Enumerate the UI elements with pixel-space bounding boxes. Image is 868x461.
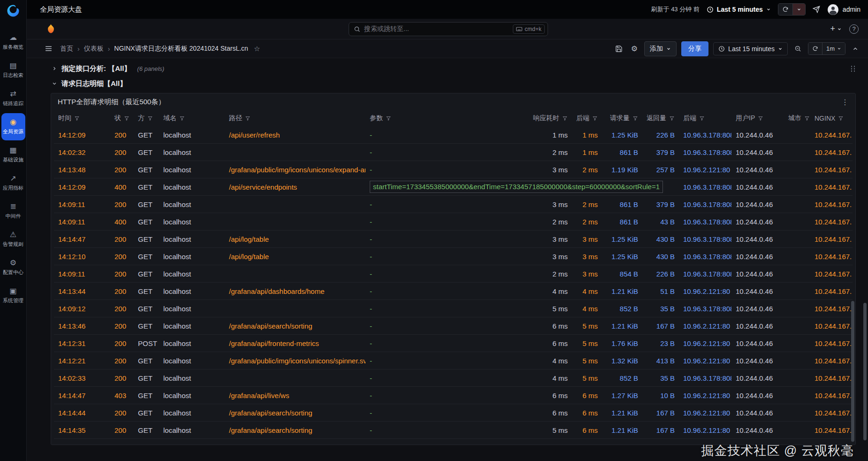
add-panel-button[interactable]: 添加 (644, 41, 677, 56)
filter-icon[interactable] (147, 115, 153, 121)
cell-path[interactable]: /grafana/api/search/sorting (225, 317, 365, 334)
breadcrumb-item[interactable]: 首页 (60, 45, 73, 53)
dashboard-settings-icon[interactable]: ⚙ (629, 42, 640, 55)
dashboard-row-collapsed[interactable]: 指定接口分析: 【All】 (6 panels) (51, 61, 856, 76)
metrics-icon: ↗ (10, 175, 16, 182)
save-dashboard-icon[interactable] (613, 43, 624, 54)
cell-path[interactable]: /grafana/public/img/icons/unicons/spinne… (225, 352, 365, 369)
sidebar-item-global-resources[interactable]: ◉全局资源 (1, 113, 25, 140)
dashboard-row-expanded[interactable]: 请求日志明细【All】 (51, 76, 856, 91)
dashboard-time-range-picker[interactable]: Last 15 minutes (713, 42, 788, 55)
sidebar-item-label: 服务概览 (3, 44, 23, 51)
dashboard-refresh-icon[interactable] (808, 43, 822, 54)
cell-backend-address: 10.96.2.121:80 (679, 404, 731, 421)
column-header-path: 路径 (225, 110, 365, 126)
new-menu-button[interactable]: + (830, 24, 842, 34)
refresh-icon[interactable] (778, 4, 792, 15)
cell-response-time: 3 ms (525, 230, 572, 247)
table-row: 14:13:44200GETlocalhost/grafana/api/dash… (54, 283, 853, 300)
sidebar-item-trace[interactable]: ⇄链路追踪 (0, 85, 27, 113)
cell-user-ip: 10.244.0.46 (731, 335, 784, 352)
globe-icon: ◉ (10, 118, 16, 126)
drag-handle-icon[interactable] (850, 65, 856, 72)
cell-domain: localhost (159, 439, 225, 445)
table-scrollbar[interactable] (851, 129, 855, 442)
cell-response-time: 3 ms (525, 248, 572, 265)
cell-method: GET (134, 213, 159, 230)
cell-status: 200 (110, 422, 134, 438)
cell-params: - (365, 335, 525, 352)
sidebar-item-app-metrics[interactable]: ↗应用指标 (0, 169, 27, 197)
share-button[interactable]: 分享 (681, 41, 708, 56)
refresh-interval-dropdown[interactable] (792, 4, 805, 15)
cell-path[interactable]: /grafana/api/search/sorting (225, 422, 365, 438)
send-icon[interactable] (813, 6, 820, 13)
cell-user-ip: 10.244.0.46 (731, 352, 784, 369)
sidebar-item-config-center[interactable]: ⚙配置中心 (0, 254, 27, 282)
cell-backend-address: 10.96.3.178:8080 (679, 248, 731, 265)
filter-icon[interactable] (838, 115, 844, 121)
app-logo[interactable] (6, 4, 20, 18)
cell-path[interactable]: /grafana/api/live/ws (225, 387, 365, 404)
cell-path[interactable]: /api/user/refresh (225, 126, 365, 143)
sidebar-item-service-overview[interactable]: ☁服务概览 (0, 28, 27, 56)
filter-icon[interactable] (562, 115, 568, 121)
cell-path[interactable]: /api/log/table (225, 230, 365, 247)
table-row: 14:14:47200GETlocalhost/api/log/table-3 … (54, 230, 853, 248)
help-icon[interactable]: ? (849, 24, 859, 34)
cell-backend-address: 10.96.3.178:8080 (679, 213, 731, 230)
global-time-range-picker[interactable]: Last 5 minutes (707, 6, 771, 13)
cell-request-size: 861 B (602, 196, 642, 213)
sidebar-item-infrastructure[interactable]: ▦基础设施 (0, 141, 27, 169)
cell-path[interactable]: /api/log/table (225, 248, 365, 265)
cell-domain: localhost (159, 178, 225, 195)
cell-time: 14:09:12 (54, 300, 110, 317)
cell-path[interactable]: /grafana/api/dashboards/home (225, 283, 365, 300)
cell-path[interactable]: /grafana/api/live/ws (225, 439, 365, 445)
cell-response-size: 23 B (642, 335, 679, 352)
cell-user-ip: 10.244.0.46 (731, 422, 784, 438)
filter-icon[interactable] (179, 115, 185, 121)
cell-city (784, 126, 810, 143)
cell-path[interactable]: /grafana/api/search/sorting (225, 404, 365, 421)
zoom-out-icon[interactable] (792, 43, 803, 54)
filter-icon[interactable] (74, 115, 80, 121)
filter-icon[interactable] (632, 115, 638, 121)
page-title: 全局资源大盘 (40, 5, 82, 14)
scrollbar-thumb[interactable] (863, 303, 867, 440)
cell-domain: localhost (159, 422, 225, 438)
filter-icon[interactable] (758, 115, 763, 121)
menu-toggle-icon[interactable] (43, 43, 54, 54)
sidebar-item-system-management[interactable]: ▣系统管理 (0, 282, 27, 310)
grafana-logo-icon[interactable] (46, 23, 56, 34)
filter-icon[interactable] (804, 115, 810, 121)
sidebar-item-middleware[interactable]: ≣中间件 (0, 197, 27, 225)
breadcrumb-item[interactable]: NGINX请求日志分析看板 20241024 StarsL.cn (114, 45, 248, 53)
collapse-toolbar-icon[interactable] (850, 44, 860, 54)
filter-icon[interactable] (245, 115, 251, 121)
clock-icon (718, 46, 725, 52)
user-menu[interactable]: admin (827, 4, 860, 15)
filter-icon[interactable] (386, 115, 391, 121)
sidebar-item-log-search[interactable]: ▤日志检索 (0, 56, 27, 85)
search-input[interactable]: 搜索或跳转至... cmd+k (349, 22, 548, 36)
refresh-interval-picker[interactable]: 1m (822, 43, 845, 54)
cell-status: 200 (110, 300, 134, 317)
breadcrumb-item[interactable]: 仪表板 (84, 45, 104, 53)
filter-icon[interactable] (669, 115, 675, 121)
cell-path[interactable]: /grafana/api/frontend-metrics (225, 335, 365, 352)
filter-icon[interactable] (124, 115, 129, 121)
filter-icon[interactable] (699, 115, 705, 121)
panel-menu-icon[interactable]: ⋮ (841, 98, 849, 107)
sidebar-item-alert-rules[interactable]: ⚠告警规则 (0, 225, 27, 254)
dashboard-scrollbar[interactable] (863, 119, 867, 447)
filter-icon[interactable] (592, 115, 598, 121)
cell-path[interactable]: /grafana/public/img/icons/unicons/expand… (225, 161, 365, 178)
cell-response-time: 3 ms (525, 161, 572, 178)
column-label: 响应耗时 (533, 114, 559, 123)
favorite-star-icon[interactable]: ☆ (254, 45, 260, 53)
chevron-down-icon (52, 81, 57, 86)
scrollbar-thumb[interactable] (851, 301, 854, 442)
cell-path[interactable]: /api/service/endpoints (225, 178, 365, 195)
column-header-time: 时间 (54, 110, 110, 126)
